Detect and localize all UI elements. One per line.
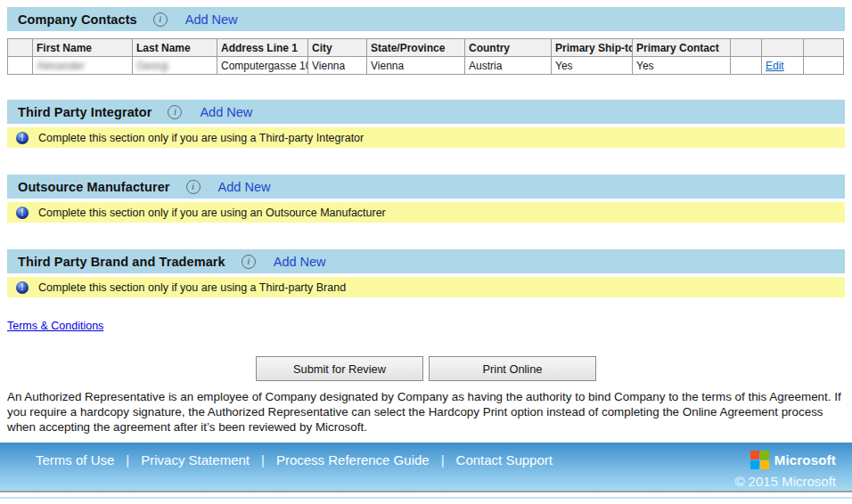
section-title-outsource-manufacturer: Outsource Manufacturer [18,180,170,194]
submit-for-review-button[interactable]: Submit for Review [256,356,423,381]
info-icon[interactable] [153,12,168,27]
cell-state-province: Vienna [367,57,465,75]
col-header-state-province: State/Province [367,39,465,57]
notice-text: Complete this section only if you are us… [38,132,364,144]
microsoft-logo-icon [750,451,769,469]
notice-text: Complete this section only if you are us… [38,281,346,294]
footer-right: Microsoft © 2015 Microsoft [734,443,836,491]
col-header-primary-contact: Primary Contact [633,39,731,57]
col-header-empty [804,39,844,57]
col-header-city: City [308,39,367,57]
section-header-company-contacts: Company Contacts Add New [7,7,845,31]
separator: | [126,452,129,467]
table-header-row: First Name Last Name Address Line 1 City… [8,39,844,57]
col-header-empty [8,39,33,57]
globe-info-icon [16,207,29,219]
info-icon[interactable] [168,105,182,119]
footer-link-process-reference-guide[interactable]: Process Reference Guide [276,452,430,467]
redacted-first-name: Alexander [37,60,85,72]
page-footer: Terms of Use | Privacy Statement | Proce… [0,443,852,492]
cell-edit: Edit [762,57,804,75]
company-contacts-table: First Name Last Name Address Line 1 City… [7,38,844,75]
cell-first-name: Alexander [33,57,133,75]
footer-link-contact-support[interactable]: Contact Support [456,452,553,467]
col-header-country: Country [465,39,552,57]
cell-primary-ship-to: Yes [552,57,633,75]
footer-link-privacy-statement[interactable]: Privacy Statement [141,452,250,467]
section-title-third-party-integrator: Third Party Integrator [18,105,152,119]
col-header-empty [731,39,762,57]
add-new-manufacturer-link[interactable]: Add New [218,180,271,194]
notice-text: Complete this section only if you are us… [38,207,386,219]
col-header-empty [762,39,804,57]
edit-contact-link[interactable]: Edit [766,60,784,72]
footer-link-terms-of-use[interactable]: Terms of Use [36,452,114,467]
section-header-third-party-brand: Third Party Brand and Trademark Add New [7,249,845,273]
globe-info-icon [16,132,29,144]
cell-country: Austria [465,57,552,75]
info-icon[interactable] [242,255,256,269]
globe-info-icon [16,281,29,294]
microsoft-wordmark: Microsoft [774,452,836,467]
separator: | [441,452,445,467]
section-header-outsource-manufacturer: Outsource Manufacturer Add New [7,175,845,199]
cell-primary-contact: Yes [633,57,731,75]
cell-address-line-1: Computergasse 10 [217,57,308,75]
cell-empty [804,57,844,75]
section-title-third-party-brand: Third Party Brand and Trademark [18,255,225,269]
copyright-text: © 2015 Microsoft [734,474,836,489]
info-icon[interactable] [186,180,201,194]
col-header-first-name: First Name [33,39,133,57]
table-row: Alexander Georgi Computergasse 10 Vienna… [8,57,844,75]
col-header-last-name: Last Name [133,39,217,57]
separator: | [261,452,265,467]
cell-last-name: Georgi [133,57,217,75]
cell-empty [8,57,33,75]
action-button-row: Submit for Review Print Online [0,356,852,381]
terms-and-conditions-link[interactable]: Terms & Conditions [7,320,103,332]
section-header-third-party-integrator: Third Party Integrator Add New [7,100,845,124]
microsoft-logo: Microsoft [750,451,836,469]
notice-third-party-brand: Complete this section only if you are us… [7,277,845,297]
page-content: Company Contacts Add New First Name Last… [0,0,852,435]
add-new-brand-link[interactable]: Add New [274,255,326,269]
add-new-contact-link[interactable]: Add New [185,12,238,27]
col-header-primary-ship-to: Primary Ship-to [552,39,633,57]
col-header-address-line-1: Address Line 1 [217,39,308,57]
print-online-button[interactable]: Print Online [429,356,596,381]
authorized-representative-note: An Authorized Representative is an emplo… [7,389,845,435]
cell-city: Vienna [308,57,367,75]
redacted-last-name: Georgi [136,60,168,72]
footer-links: Terms of Use | Privacy Statement | Proce… [36,443,553,491]
bottom-divider [0,497,852,499]
add-new-integrator-link[interactable]: Add New [200,105,252,119]
notice-outsource-manufacturer: Complete this section only if you are us… [7,202,845,223]
cell-empty [731,57,762,75]
section-title-company-contacts: Company Contacts [18,12,137,27]
notice-third-party-integrator: Complete this section only if you are us… [7,127,845,148]
